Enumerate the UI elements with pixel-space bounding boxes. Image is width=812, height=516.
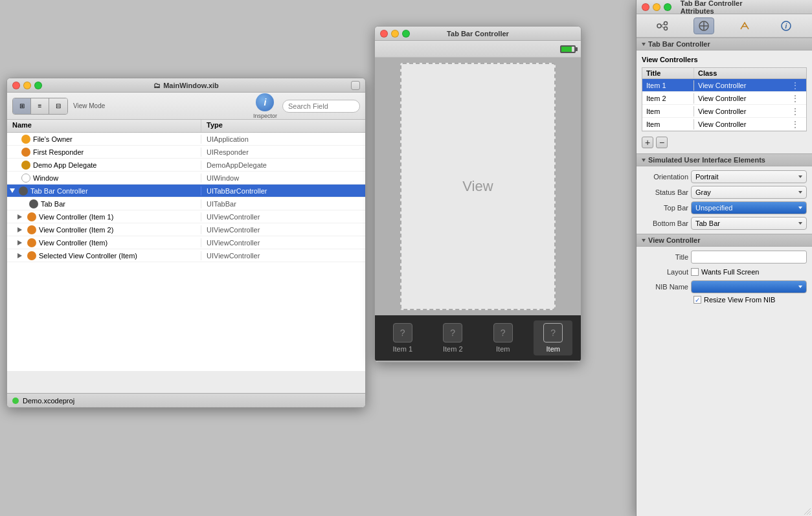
canvas-traffic-lights [380,30,410,38]
tab-bar-strip: ? Item 1 ? Item 2 ? Item ? Item [375,315,581,361]
resize-view-checkbox[interactable]: ✓ [694,296,701,304]
row-name-col: Tab Bar [7,199,201,208]
xib-icon: 🗂 [153,82,161,89]
attributes-icon [698,20,710,32]
tab-item-active[interactable]: ? Item [534,320,572,355]
row-icon [19,186,28,196]
view-mode-group: ⊞ ≡ ⊟ [12,98,68,115]
statusbar-dropdown[interactable]: Gray [691,186,807,199]
orientation-dropdown[interactable]: Portrait [691,170,807,183]
main-toolbar: ⊞ ≡ ⊟ View Mode i Inspector [7,93,365,120]
vc-table: Title Class Item 1 View Controller ⋮ Ite… [642,67,807,131]
canvas-close[interactable] [380,30,388,38]
vc-row-selected[interactable]: Item 1 View Controller ⋮ [642,79,806,92]
inspector-label: Inspector [253,113,277,119]
statusbar-control: Gray [691,186,807,199]
tree-row[interactable]: Demo App Delegate DemoAppDelegate [7,159,365,172]
vc-add-button[interactable]: + [642,137,653,148]
tree-row[interactable]: First Responder UIResponder [7,146,365,159]
info-button[interactable]: i [776,17,796,34]
resize-handle[interactable] [803,507,811,515]
canvas-minimize[interactable] [391,30,399,38]
topbar-dropdown[interactable]: Unspecified [691,201,807,214]
section-expand-icon [642,239,646,242]
row-icon [21,148,30,157]
section-expand-icon [642,159,646,162]
inspector-toolbar: i [637,14,812,38]
close-button[interactable] [12,82,20,89]
connections-icon [657,20,668,32]
nibname-dropdown[interactable] [691,280,807,293]
window-minimize-icon[interactable] [351,81,360,90]
canvas-maximize[interactable] [402,30,410,38]
insp-close[interactable] [642,3,649,11]
tab-item[interactable]: ? Item 1 [383,323,422,353]
resize-view-label: Resize View From NIB [704,296,775,304]
inspector-icon: i [256,93,274,111]
tree-row[interactable]: Selected View Controller (Item) UIViewCo… [7,249,365,262]
info-icon: i [780,20,792,32]
row-icon [21,174,30,183]
row-name-col: Selected View Controller (Item) [7,251,201,260]
minimize-button[interactable] [23,82,31,89]
wants-fullscreen-checkbox[interactable] [691,268,699,276]
expand-icon [17,214,22,219]
main-window-title: 🗂 MainWindow.xib [153,82,219,89]
maximize-button[interactable] [34,82,42,89]
connections-button[interactable] [652,17,673,34]
vc-dots-icon: ⋮ [791,93,800,104]
layout-control: Wants Full Screen [691,268,807,276]
bottombar-row: Bottom Bar Tab Bar [637,216,812,231]
tree-row-selected[interactable]: Tab Bar Controller UITabBarController [7,185,365,197]
status-indicator [12,398,19,404]
expand-icon [17,227,22,232]
tab-item[interactable]: ? Item 2 [433,323,472,353]
tree-row[interactable]: View Controller (Item 2) UIViewControlle… [7,223,365,236]
traffic-lights [12,82,42,89]
tree-view: File's Owner UIApplication First Respond… [7,133,365,371]
row-icon [27,212,36,221]
status-bar: Demo.xcodeproj [7,393,365,407]
expand-icon [10,188,15,193]
insp-maximize[interactable] [664,3,671,11]
inspector-button[interactable]: i Inspector [253,93,277,119]
tree-row[interactable]: Window UIWindow [7,172,365,185]
tree-row[interactable]: View Controller (Item 1) UIViewControlle… [7,210,365,223]
vc-row[interactable]: Item 2 View Controller ⋮ [642,92,806,105]
tree-row[interactable]: View Controller (Item) UIViewController [7,236,365,249]
row-name-col: First Responder [7,148,201,157]
topbar-label: Top Bar [642,204,688,212]
vc-dots-icon: ⋮ [791,80,800,91]
vc-table-header: Title Class [642,68,806,79]
section-label: Simulated User Interface Elements [648,156,765,164]
view-mode-list[interactable]: ≡ [31,98,49,114]
row-icon [29,199,38,208]
statusbar-label: Status Bar [642,188,688,196]
vc-add-remove-controls: + − [637,134,812,151]
section-view-controller: View Controller [637,234,812,247]
search-input[interactable] [282,100,360,113]
bottombar-dropdown[interactable]: Tab Bar [691,217,807,230]
view-mode-columns[interactable]: ⊟ [49,98,67,114]
svg-point-0 [657,24,661,28]
bottombar-control: Tab Bar [691,217,807,230]
identity-button[interactable] [734,17,755,34]
canvas-body: View ? Item 1 ? Item 2 ? Item ? Item [375,41,581,362]
tab-icon: ? [393,323,412,342]
view-mode-icon[interactable]: ⊞ [13,98,31,114]
expand-icon [17,253,22,258]
tree-row[interactable]: Tab Bar UITabBar [7,197,365,210]
attributes-button[interactable] [694,17,714,34]
insp-minimize[interactable] [653,3,660,11]
vc-row[interactable]: Item View Controller ⋮ [642,105,806,118]
vc-dots-icon: ⋮ [791,119,800,129]
title-input[interactable] [691,251,807,264]
vc-row[interactable]: Item View Controller ⋮ [642,118,806,131]
orientation-control: Portrait [691,170,807,183]
canvas-toolbar [375,41,581,58]
tab-item[interactable]: ? Item [484,323,523,353]
svg-point-1 [664,21,667,25]
vc-class-header: Class [694,68,806,78]
vc-remove-button[interactable]: − [656,137,668,148]
tree-row[interactable]: File's Owner UIApplication [7,133,365,146]
